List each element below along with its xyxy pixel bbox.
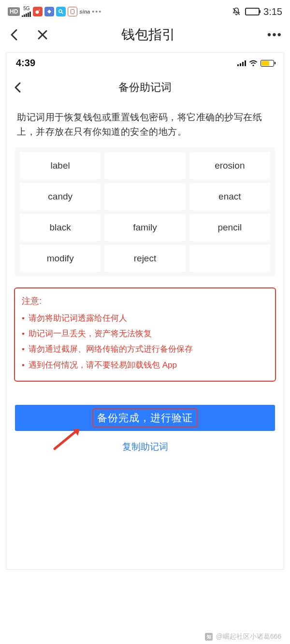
mnemonic-word: reject (104, 245, 185, 272)
inner-page-title: 备份助记词 (26, 80, 264, 95)
mnemonic-word: modify (20, 245, 101, 272)
watermark-text: @崛起社区小诸葛666 (216, 632, 281, 641)
wifi-icon (249, 60, 258, 67)
svg-point-2 (59, 10, 62, 13)
inner-back-button[interactable] (14, 82, 26, 93)
outer-status-left: HD 5G sina ••• (8, 6, 102, 17)
inner-screenshot: 4:39 备份助记词 助记词用于恢复钱包或重置钱包密码，将它准确的抄写在纸上，并… (6, 52, 284, 570)
inner-nav-bar: 备份助记词 (6, 73, 284, 101)
notice-item: 请勿通过截屏、网络传输的方式进行备份保存 (22, 342, 268, 357)
mnemonic-word: family (104, 214, 185, 241)
back-button[interactable] (8, 28, 21, 42)
mnemonic-word: erosion (189, 152, 270, 179)
close-button[interactable] (36, 28, 49, 42)
notice-list: 请勿将助记词透露给任何人 助记词一旦丢失，资产将无法恢复 请勿通过截屏、网络传输… (22, 311, 268, 373)
outer-nav-bar: 钱包指引 ••• (0, 21, 290, 48)
inner-battery-icon (261, 60, 274, 67)
notice-item: 遇到任何情况，请不要轻易卸载钱包 App (22, 358, 268, 373)
zhihu-icon: 知 (205, 633, 213, 641)
mnemonic-word: black (20, 214, 101, 241)
outer-status-right: 3:15 (232, 6, 282, 17)
warning-notice: 注意: 请勿将助记词透露给任何人 助记词一旦丢失，资产将无法恢复 请勿通过截屏、… (14, 287, 276, 382)
mnemonic-grid: label erosion candy enact black family p… (20, 152, 270, 272)
svg-rect-4 (71, 10, 74, 14)
mnemonic-container: label erosion candy enact black family p… (15, 147, 275, 277)
battery-icon (245, 8, 260, 15)
description-text: 助记词用于恢复钱包或重置钱包密码，将它准确的抄写在纸上，并存放在只有你知道的安全… (6, 101, 284, 147)
notice-item: 助记词一旦丢失，资产将无法恢复 (22, 326, 268, 342)
sina-icon: sina (79, 9, 90, 14)
primary-button-label: 备份完成，进行验证 (93, 409, 197, 427)
svg-point-8 (253, 65, 254, 66)
outer-more-button[interactable]: ••• (267, 28, 282, 42)
mnemonic-word (104, 183, 185, 210)
weibo-icon (33, 7, 43, 16)
mnemonic-word (104, 152, 185, 179)
notice-title: 注意: (22, 295, 268, 307)
mnemonic-word: candy (20, 183, 101, 210)
book-app-icon (68, 7, 77, 16)
annotation-arrow-icon (50, 427, 84, 451)
primary-button-block: 备份完成，进行验证 (15, 405, 275, 431)
svg-line-3 (62, 13, 63, 14)
network-indicator: 5G (22, 6, 31, 17)
mnemonic-word: pencil (189, 214, 270, 241)
inner-clock: 4:39 (16, 57, 35, 69)
more-apps-icon: ••• (92, 8, 102, 15)
svg-point-1 (39, 10, 40, 11)
signal-bars-icon (22, 11, 31, 17)
outer-status-bar: HD 5G sina ••• 3:15 (0, 0, 290, 21)
copy-mnemonic-link[interactable]: 复制助记词 (6, 441, 284, 453)
notifications-off-icon (232, 7, 241, 16)
inner-signal-icon (237, 60, 246, 66)
mnemonic-word: enact (189, 183, 270, 210)
outer-clock: 3:15 (263, 6, 282, 17)
inner-status-right (237, 60, 274, 67)
svg-point-0 (36, 11, 39, 14)
network-label: 5G (23, 6, 29, 11)
mnemonic-word: label (20, 152, 101, 179)
outer-page-title: 钱包指引 (49, 26, 248, 44)
mnemonic-word (189, 245, 270, 272)
search-app-icon (56, 7, 66, 16)
app-icon-blue (44, 7, 54, 16)
hd-badge: HD (8, 7, 20, 16)
inner-status-bar: 4:39 (6, 53, 284, 73)
svg-line-9 (55, 431, 76, 449)
svg-text:知: 知 (206, 634, 211, 639)
watermark: 知 @崛起社区小诸葛666 (205, 632, 281, 641)
notice-item: 请勿将助记词透露给任何人 (22, 311, 268, 326)
